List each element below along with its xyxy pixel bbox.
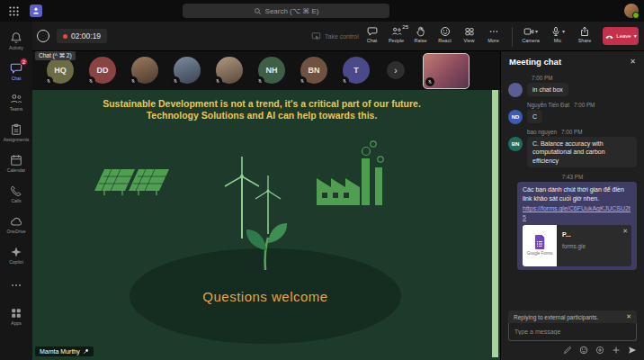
smiley-icon: [440, 26, 451, 37]
avatar: [508, 83, 523, 97]
chat-message: Nguyễn Tiến Đạt 7:00 PM ND C: [508, 102, 637, 124]
participant-avatar[interactable]: DD: [89, 57, 116, 84]
mic-button[interactable]: ▾ Mic: [544, 24, 571, 43]
message-bubble[interactable]: in chat box: [527, 83, 568, 96]
chevron-down-icon[interactable]: ▾: [562, 29, 565, 34]
participant-avatar[interactable]: HQ: [47, 57, 74, 84]
camera-button[interactable]: ▾ Camera: [517, 24, 544, 43]
participant-video-avatar[interactable]: [131, 57, 158, 84]
message-bubble[interactable]: Các bạn dành chút thời gian để điền link…: [517, 182, 637, 270]
presence-indicator: [632, 12, 640, 19]
search-input[interactable]: Search (⌥ ⌘ E): [183, 4, 389, 18]
chat-toggle-button[interactable]: Chat: [360, 24, 384, 43]
calendar-icon: [10, 154, 22, 166]
link-preview-thumbnail: Google Forms: [523, 225, 557, 266]
participant-video-avatar[interactable]: [174, 57, 201, 84]
apps-grid-icon: [10, 307, 22, 320]
teams-meeting-window: Search (⌥ ⌘ E) 02:00:19 Take control Cha…: [0, 0, 644, 360]
toolbar-button-group: Chat 25 People Raise React View More: [360, 24, 505, 43]
participant-avatar[interactable]: NH: [258, 57, 285, 84]
mic-off-icon: [171, 76, 180, 86]
search-placeholder: Search (⌥ ⌘ E): [265, 7, 319, 15]
avatar: BN: [508, 137, 523, 151]
sidebar-item-calendar[interactable]: Calendar: [0, 148, 32, 178]
meeting-toolbar: 02:00:19 Take control Chat 25 People Rai…: [0, 22, 644, 51]
meeting-timer: 02:00:19: [57, 29, 107, 43]
message-text: Các bạn dành chút thời gian để điền link…: [523, 185, 631, 202]
more-button[interactable]: More: [481, 24, 505, 43]
participant-video-avatar[interactable]: [216, 57, 243, 84]
sidebar-item-activity[interactable]: Activity: [0, 25, 32, 56]
chevron-down-icon[interactable]: ▾: [634, 33, 637, 39]
phone-icon: [10, 184, 22, 197]
close-icon[interactable]: ✕: [630, 58, 636, 66]
chat-message: 7:00 PM in chat box: [508, 75, 637, 97]
forms-link[interactable]: https://forms.gle/C6FUukAgKJUCSU2t5: [523, 204, 631, 221]
message-input[interactable]: [508, 323, 637, 341]
people-button[interactable]: 25 People: [384, 24, 408, 43]
sidebar-item-assignments[interactable]: Assignments: [0, 117, 32, 148]
app-launcher-icon[interactable]: [8, 5, 20, 17]
emoji-icon[interactable]: [579, 346, 588, 355]
sidebar-item-onedrive[interactable]: OneDrive: [0, 209, 32, 239]
message-time: 7:00 PM: [561, 129, 582, 135]
plus-icon[interactable]: [612, 346, 621, 355]
view-button[interactable]: View: [457, 24, 481, 43]
chevron-down-icon[interactable]: ▾: [535, 29, 538, 34]
record-indicator-icon: [37, 30, 49, 42]
chat-message-list: 7:00 PM in chat box Nguyễn Tiến Đạt 7:00…: [501, 70, 644, 306]
profile-avatar[interactable]: [624, 4, 639, 18]
raise-hand-button[interactable]: Raise: [408, 24, 433, 43]
message-bubble[interactable]: C. Balance accuracy with computational a…: [527, 137, 637, 167]
next-participants-button[interactable]: ›: [387, 61, 405, 79]
reply-banner-text: Replying to external participants.: [514, 314, 598, 320]
active-speaker-tile[interactable]: [423, 53, 470, 89]
slide-ellipse: Questions welcome: [130, 248, 401, 344]
send-icon[interactable]: [628, 346, 637, 355]
attach-icon[interactable]: [595, 346, 604, 355]
message-bubble[interactable]: C: [527, 110, 542, 123]
sidebar-item-teams[interactable]: Teams: [0, 86, 32, 117]
raise-hand-icon: [416, 26, 426, 37]
sender-name: Nguyễn Tiến Đạt: [527, 102, 569, 108]
participant-count: 25: [402, 24, 408, 30]
solar-panel-graphic: [94, 169, 169, 195]
mic-off-icon: [86, 76, 95, 86]
camera-icon: [523, 26, 534, 37]
sidebar-item-chat[interactable]: 2 Chat: [0, 56, 32, 86]
wind-turbine-graphic: [225, 157, 281, 238]
people-icon: [391, 26, 402, 37]
mic-icon: [550, 26, 561, 37]
share-icon: [579, 26, 590, 37]
link-preview-domain: forms.gle: [562, 243, 626, 251]
time-divider: 7:43 PM: [508, 174, 637, 180]
chat-shortcut-tooltip: Chat (^ ⌘ 2): [35, 51, 76, 60]
mic-off-icon: [425, 77, 434, 86]
format-icon[interactable]: [563, 346, 572, 355]
participant-avatar[interactable]: T: [343, 57, 370, 84]
share-button[interactable]: Share: [571, 24, 598, 43]
recording-dot-icon: [63, 34, 67, 39]
link-preview-card[interactable]: Google Forms P... forms.gle ✕: [523, 225, 631, 266]
participant-avatar[interactable]: BN: [300, 57, 327, 84]
mic-off-icon: [340, 76, 349, 86]
sidebar-item-more[interactable]: [0, 270, 32, 301]
participant-row: HQ DD NH BN: [47, 57, 405, 84]
chat-panel-title: Meeting chat: [509, 57, 561, 67]
take-control-button[interactable]: Take control: [311, 22, 359, 50]
mic-off-icon: [44, 76, 53, 86]
sidebar-item-calls[interactable]: Calls: [0, 178, 32, 209]
mic-off-icon: [255, 76, 264, 86]
sidebar-item-apps[interactable]: Apps: [0, 301, 32, 331]
shared-screen-stage: Sustainable Development is not a trend, …: [32, 50, 500, 360]
leave-button[interactable]: Leave ▾: [603, 27, 639, 45]
close-icon[interactable]: ✕: [622, 227, 628, 235]
search-icon: [254, 7, 262, 15]
copilot-sparkle-icon: [10, 246, 22, 258]
message-composer: Replying to external participants. ✕: [501, 306, 644, 360]
bell-icon: [10, 32, 22, 44]
sidebar-item-copilot[interactable]: Copilot: [0, 239, 32, 270]
react-button[interactable]: React: [433, 24, 457, 43]
close-icon[interactable]: ✕: [626, 313, 631, 320]
mic-off-icon: [213, 76, 222, 86]
